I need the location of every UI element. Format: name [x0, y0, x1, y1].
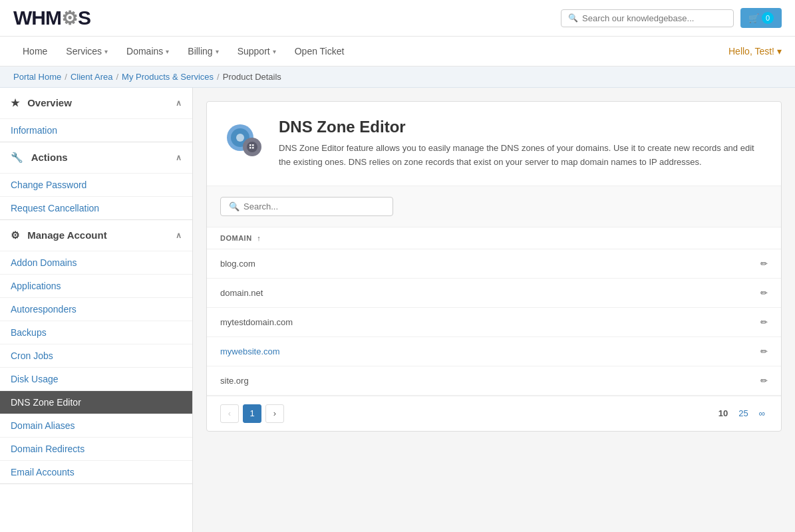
edit-button[interactable]: ✏ — [635, 278, 781, 307]
logo-gear-icon: ⚙ — [61, 7, 78, 29]
cart-icon: 🛒 — [748, 13, 759, 23]
chevron-down-icon: ▾ — [104, 48, 108, 55]
page-title: DNS Zone Editor — [279, 118, 765, 136]
domain-search-field[interactable]: 🔍 — [220, 197, 393, 216]
header-right: 🔍 🛒 0 — [561, 8, 782, 28]
nav-home[interactable]: Home — [13, 37, 57, 66]
nav-billing[interactable]: Billing ▾ — [178, 37, 228, 66]
wrench-icon: 🔧 — [11, 152, 23, 163]
nav-services[interactable]: Services ▾ — [57, 37, 117, 66]
user-greeting[interactable]: Hello, Test! ▾ — [728, 46, 782, 57]
sidebar-item-disk-usage[interactable]: Disk Usage — [0, 367, 192, 390]
edit-button[interactable]: ✏ — [635, 249, 781, 278]
sidebar-item-cron-jobs[interactable]: Cron Jobs — [0, 344, 192, 367]
sidebar-item-addon-domains[interactable]: Addon Domains — [0, 251, 192, 274]
nav-open-ticket[interactable]: Open Ticket — [285, 37, 354, 66]
search-icon: 🔍 — [229, 201, 239, 211]
sort-arrow-icon: ↑ — [257, 234, 261, 242]
knowledge-search-box[interactable]: 🔍 — [561, 9, 734, 27]
dns-header: DNS Zone Editor DNS Zone Editor feature … — [207, 102, 781, 186]
chevron-down-icon: ▾ — [777, 46, 782, 57]
chevron-down-icon: ▾ — [273, 48, 276, 55]
page-size-10[interactable]: 10 — [716, 407, 730, 420]
sidebar-item-autoresponders[interactable]: Autoresponders — [0, 297, 192, 321]
sidebar-item-domain-aliases[interactable]: Domain Aliases — [0, 414, 192, 437]
page-size-25[interactable]: 25 — [736, 407, 750, 420]
nav-left: Home Services ▾ Domains ▾ Billing ▾ Supp… — [13, 37, 353, 66]
svg-rect-8 — [252, 147, 254, 149]
domain-column-header[interactable]: DOMAIN ↑ — [207, 227, 635, 249]
sidebar: ★ Overview ∧ Information 🔧 Actions ∧ Cha… — [0, 88, 193, 532]
content-panel: DNS Zone Editor DNS Zone Editor feature … — [206, 101, 782, 432]
table-row: domain.net ✏ — [207, 278, 781, 307]
gear-icon: ⚙ — [11, 229, 19, 241]
breadcrumb-my-products[interactable]: My Products & Services — [122, 72, 214, 82]
domain-cell: domain.net — [207, 278, 635, 307]
dns-header-text: DNS Zone Editor DNS Zone Editor feature … — [279, 118, 765, 170]
logo-text: WHM — [13, 7, 61, 29]
sidebar-manage-account-header[interactable]: ⚙ Manage Account ∧ — [0, 220, 192, 251]
pagination: ‹ 1 › 10 25 ∞ — [207, 396, 781, 431]
breadcrumb-client-area[interactable]: Client Area — [71, 72, 113, 82]
sidebar-section-manage-account: ⚙ Manage Account ∧ Addon Domains Applica… — [0, 220, 192, 484]
sidebar-item-request-cancellation[interactable]: Request Cancellation — [0, 196, 192, 219]
table-row: blog.com ✏ — [207, 249, 781, 278]
breadcrumb-separator: / — [116, 72, 118, 82]
breadcrumb-portal-home[interactable]: Portal Home — [13, 72, 61, 82]
pagination-prev-button[interactable]: ‹ — [220, 404, 239, 423]
sidebar-section-actions: 🔧 Actions ∧ Change Password Request Canc… — [0, 142, 192, 220]
content-area: DNS Zone Editor DNS Zone Editor feature … — [193, 88, 795, 532]
domain-search-input[interactable] — [243, 201, 385, 211]
svg-point-2 — [236, 134, 244, 142]
sidebar-item-domain-redirects[interactable]: Domain Redirects — [0, 437, 192, 460]
sidebar-overview-header[interactable]: ★ Overview ∧ — [0, 88, 192, 118]
domain-table: DOMAIN ↑ blog.com ✏ domain.net ✏ — [207, 227, 781, 396]
pagination-page-1[interactable]: 1 — [243, 404, 261, 423]
edit-button[interactable]: ✏ — [635, 307, 781, 336]
svg-rect-7 — [249, 147, 251, 149]
logo: WHM ⚙ S — [13, 7, 90, 29]
cart-button[interactable]: 🛒 0 — [740, 8, 782, 28]
star-icon: ★ — [11, 97, 19, 108]
sidebar-item-dns-zone-editor[interactable]: DNS Zone Editor — [0, 390, 192, 414]
svg-rect-6 — [252, 144, 254, 146]
breadcrumb-separator: / — [65, 72, 67, 82]
chevron-up-icon: ∧ — [176, 231, 182, 240]
chevron-down-icon: ▾ — [166, 48, 169, 55]
table-row: mytestdomain.com ✏ — [207, 307, 781, 336]
chevron-up-icon: ∧ — [176, 153, 182, 162]
pagination-nav: ‹ 1 › — [220, 404, 284, 423]
edit-button[interactable]: ✏ — [635, 366, 781, 395]
logo-text-suffix: S — [78, 7, 90, 29]
sidebar-item-email-accounts[interactable]: Email Accounts — [0, 460, 192, 483]
knowledge-search-input[interactable] — [582, 13, 726, 23]
main-layout: ★ Overview ∧ Information 🔧 Actions ∧ Cha… — [0, 88, 795, 532]
domain-cell: site.org — [207, 366, 635, 395]
sidebar-item-change-password[interactable]: Change Password — [0, 173, 192, 196]
nav-support[interactable]: Support ▾ — [228, 37, 285, 66]
navigation: Home Services ▾ Domains ▾ Billing ▾ Supp… — [0, 37, 795, 66]
dns-zone-editor-icon — [223, 118, 265, 160]
header: WHM ⚙ S 🔍 🛒 0 — [0, 0, 795, 37]
dns-description: DNS Zone Editor feature allows you to ea… — [279, 142, 765, 170]
sidebar-item-applications[interactable]: Applications — [0, 274, 192, 297]
nav-domains[interactable]: Domains ▾ — [117, 37, 178, 66]
svg-rect-5 — [249, 144, 251, 146]
svg-point-4 — [247, 142, 257, 152]
breadcrumb-separator: / — [217, 72, 220, 82]
domain-cell: mywebsite.com — [207, 336, 635, 366]
breadcrumb-current: Product Details — [223, 72, 281, 82]
sidebar-actions-header[interactable]: 🔧 Actions ∧ — [0, 142, 192, 173]
cart-count: 0 — [762, 12, 774, 24]
sidebar-item-backups[interactable]: Backups — [0, 321, 192, 344]
search-icon: 🔍 — [568, 13, 578, 23]
page-size-all[interactable]: ∞ — [756, 407, 768, 420]
edit-button[interactable]: ✏ — [635, 336, 781, 366]
pagination-sizes: 10 25 ∞ — [716, 407, 768, 420]
pagination-next-button[interactable]: › — [265, 404, 284, 423]
table-row: site.org ✏ — [207, 366, 781, 395]
domain-cell: mytestdomain.com — [207, 307, 635, 336]
sidebar-section-overview: ★ Overview ∧ Information — [0, 88, 192, 142]
breadcrumb: Portal Home / Client Area / My Products … — [0, 66, 795, 88]
sidebar-item-information[interactable]: Information — [0, 118, 192, 142]
